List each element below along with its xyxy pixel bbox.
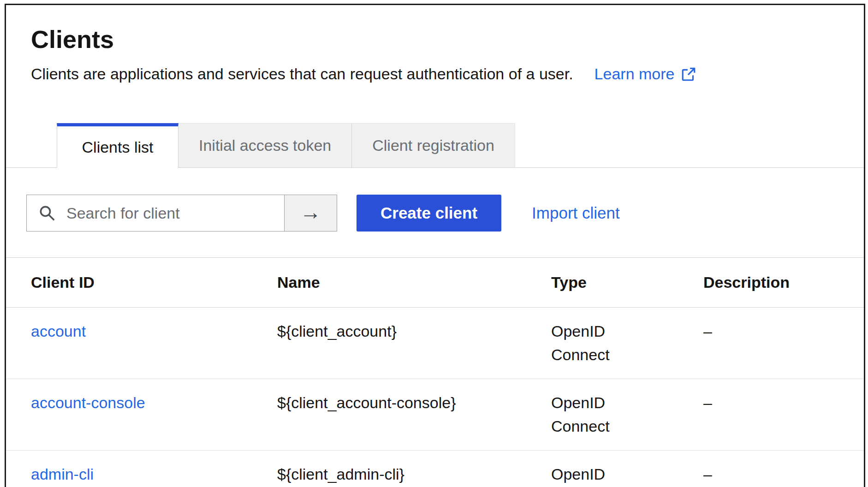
client-name-cell: ${client_account-console} (277, 379, 551, 451)
right-arrow-icon: → (300, 202, 321, 223)
import-client-link[interactable]: Import client (532, 204, 620, 222)
search-input[interactable] (26, 195, 285, 232)
page-subtitle: Clients are applications and services th… (31, 63, 573, 85)
client-type-cell: OpenID Connect (551, 451, 703, 487)
learn-more-label: Learn more (595, 63, 675, 85)
tab-label: Clients list (82, 138, 154, 156)
client-id-link[interactable]: account (31, 322, 86, 340)
toolbar: → Create client Import client (26, 195, 864, 232)
client-id-link[interactable]: account-console (31, 394, 145, 411)
create-client-button[interactable]: Create client (357, 195, 501, 232)
page-header: Clients Clients are applications and ser… (6, 5, 864, 85)
table-row: account ${client_account} OpenID Connect… (6, 308, 864, 379)
client-description-cell: – (703, 308, 864, 379)
table-header-row: Client ID Name Type Description (6, 258, 864, 308)
tab-label: Client registration (372, 137, 494, 154)
tabs-right-filler (515, 123, 864, 168)
clients-page: Clients Clients are applications and ser… (5, 4, 865, 487)
client-type-cell: OpenID Connect (551, 379, 703, 451)
tabs-bar: Clients list Initial access token Client… (6, 123, 864, 168)
search-group: → (26, 195, 337, 232)
tabs-left-spacer (6, 123, 57, 168)
column-header-description: Description (703, 258, 864, 308)
tab-client-registration[interactable]: Client registration (351, 123, 515, 168)
column-header-type: Type (551, 258, 703, 308)
learn-more-link[interactable]: Learn more (595, 63, 697, 85)
table-row: admin-cli ${client_admin-cli} OpenID Con… (6, 451, 864, 487)
client-name-cell: ${client_admin-cli} (277, 451, 551, 487)
tab-label: Initial access token (199, 137, 331, 154)
table-row: account-console ${client_account-console… (6, 379, 864, 451)
client-type-cell: OpenID Connect (551, 308, 703, 379)
client-description-cell: – (703, 451, 864, 487)
client-name-cell: ${client_account} (277, 308, 551, 379)
column-header-name: Name (277, 258, 551, 308)
client-description-cell: – (703, 379, 864, 451)
search-submit-button[interactable]: → (285, 195, 337, 232)
page-title: Clients (31, 25, 839, 53)
clients-table: Client ID Name Type Description account … (6, 258, 864, 487)
external-link-icon (681, 66, 696, 82)
column-header-client-id: Client ID (6, 258, 277, 308)
tab-initial-access-token[interactable]: Initial access token (178, 123, 351, 168)
tab-clients-list[interactable]: Clients list (57, 123, 178, 168)
client-id-link[interactable]: admin-cli (31, 465, 94, 483)
